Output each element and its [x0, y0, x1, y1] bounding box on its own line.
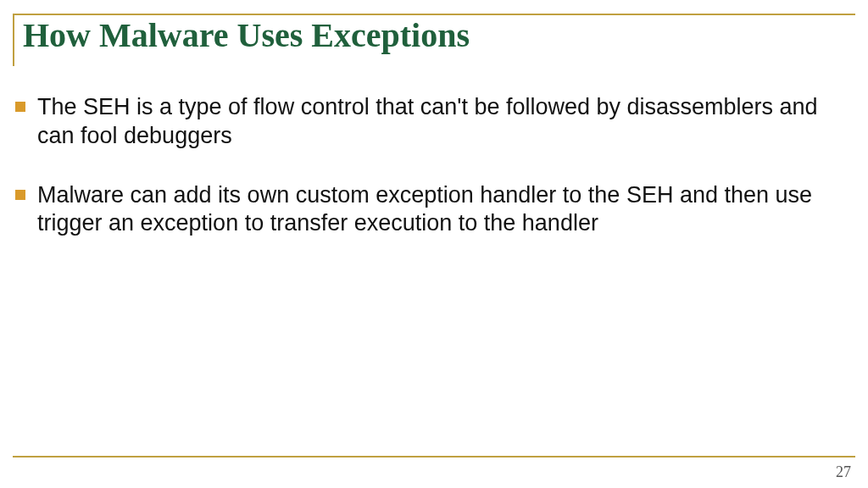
slide-title: How Malware Uses Exceptions [23, 17, 855, 54]
title-area: How Malware Uses Exceptions [13, 14, 855, 66]
list-item: Malware can add its own custom exception… [15, 181, 843, 239]
square-bullet-icon [15, 102, 25, 112]
title-rule: How Malware Uses Exceptions [13, 14, 855, 66]
page-number: 27 [836, 463, 851, 481]
footer-divider [13, 456, 855, 458]
slide: How Malware Uses Exceptions The SEH is a… [0, 0, 868, 488]
bullet-text: Malware can add its own custom exception… [37, 181, 843, 239]
slide-body: The SEH is a type of flow control that c… [15, 93, 843, 269]
list-item: The SEH is a type of flow control that c… [15, 93, 843, 151]
square-bullet-icon [15, 190, 25, 200]
bullet-text: The SEH is a type of flow control that c… [37, 93, 843, 151]
